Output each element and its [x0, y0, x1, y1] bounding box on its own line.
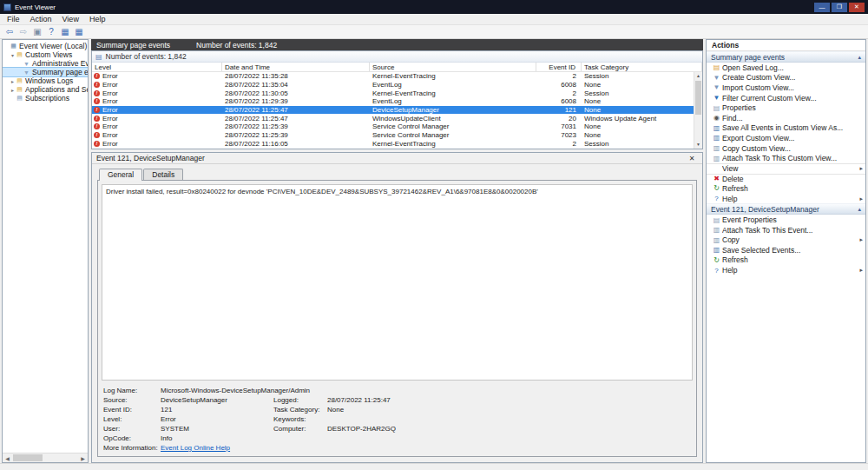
scroll-right-icon[interactable]: ▶: [78, 455, 88, 461]
column-header-task-category[interactable]: Task Category: [582, 63, 702, 71]
scroll-left-icon[interactable]: ◀: [3, 455, 12, 461]
action-item[interactable]: ▤ Event Properties: [707, 215, 865, 225]
action-item[interactable]: ? Help ▸: [707, 194, 865, 204]
event-row[interactable]: Error 28/07/2022 11:29:39 EventLog 6008 …: [92, 97, 694, 106]
maximize-button[interactable]: ❐: [832, 3, 847, 12]
action-item[interactable]: ▼ Filter Current Custom View...: [707, 93, 865, 103]
detail-tab[interactable]: General: [99, 169, 142, 181]
action-item[interactable]: ? Help ▸: [707, 265, 865, 275]
tool-icon[interactable]: ▦: [73, 27, 85, 36]
field-row: Level: Error Keywords:: [103, 414, 691, 424]
event-row[interactable]: Error 28/07/2022 11:30:05 Kernel-EventTr…: [92, 89, 694, 97]
tree-item[interactable]: ▤ Subscriptions: [3, 94, 88, 103]
action-item[interactable]: ▥ Save Selected Events...: [707, 245, 865, 255]
action-item[interactable]: ↻ Refresh: [707, 183, 865, 194]
expander-icon[interactable]: ▸: [10, 78, 16, 84]
detail-close-icon[interactable]: ✕: [686, 155, 698, 162]
column-header-date-time[interactable]: Date and Time: [222, 63, 370, 71]
event-row[interactable]: Error 28/07/2022 11:35:28 Kernel-EventTr…: [92, 72, 694, 81]
tree-item[interactable]: ▼ Summary page events: [3, 68, 88, 76]
event-row[interactable]: Error 28/07/2022 11:25:47 WindowsUpdateC…: [92, 114, 694, 122]
minimize-button[interactable]: —: [814, 3, 830, 12]
tool-icon[interactable]: ?: [45, 27, 57, 36]
action-item[interactable]: View ▸: [707, 163, 865, 174]
refresh-icon: ↻: [711, 256, 722, 264]
expander-icon[interactable]: ▸: [10, 87, 16, 93]
event-row[interactable]: Error 28/07/2022 11:16:05 Kernel-EventTr…: [92, 140, 694, 149]
level-cell: Error: [92, 72, 222, 80]
detail-title: Event 121, DeviceSetupManager: [96, 154, 205, 162]
event-id-cell: 7023: [536, 131, 582, 139]
action-label: Attach Task To This Event...: [722, 226, 856, 235]
field-label: Logged:: [273, 396, 327, 404]
tree-item[interactable]: ▾ ▤ Custom Views: [3, 50, 88, 59]
event-row[interactable]: Error 28/07/2022 11:25:47 DeviceSetupMan…: [92, 106, 694, 115]
field-value: Error: [161, 415, 273, 423]
action-item[interactable]: ▥ Export Custom View...: [707, 133, 865, 143]
menu-item[interactable]: Action: [25, 15, 57, 23]
scroll-down-icon[interactable]: ▼: [696, 141, 700, 149]
column-header-event-id[interactable]: Event ID: [536, 63, 582, 71]
scrollbar-thumb[interactable]: [13, 454, 43, 461]
menu-item[interactable]: File: [2, 15, 25, 23]
close-button[interactable]: ✕: [849, 3, 865, 12]
action-item[interactable]: ▼ Create Custom View...: [707, 73, 865, 83]
action-label: Delete: [722, 175, 856, 183]
tree-horizontal-scrollbar[interactable]: ◀ ▶: [3, 453, 88, 462]
column-header-level[interactable]: Level: [92, 63, 222, 71]
tree-item[interactable]: ▸ ▤ Windows Logs: [3, 76, 88, 85]
event-row[interactable]: Error 28/07/2022 11:25:39 Service Contro…: [92, 122, 694, 131]
actions-section-summary-page-events: Summary page events ▴ ▤ Open Saved Log..…: [707, 51, 865, 203]
action-item[interactable]: ▤ Properties: [707, 103, 865, 113]
level-label: Error: [102, 106, 118, 114]
column-header-source[interactable]: Source: [370, 63, 536, 71]
tool-icon[interactable]: ▣: [31, 27, 43, 36]
action-item[interactable]: ▥ Copy ▸: [707, 235, 865, 246]
action-item[interactable]: ▥ Save All Events in Custom View As...: [707, 123, 865, 134]
tool-icon[interactable]: ⇦: [3, 27, 16, 36]
event-row[interactable]: Error 28/07/2022 11:25:39 Service Contro…: [92, 131, 694, 140]
detail-title-bar: Event 121, DeviceSetupManager ✕: [92, 153, 702, 164]
tree-item[interactable]: ▼ Administrative Events: [3, 59, 88, 68]
menu-item[interactable]: Help: [84, 15, 111, 23]
scrollbar-track[interactable]: [694, 80, 702, 141]
detail-tab[interactable]: Details: [143, 169, 183, 180]
action-item[interactable]: ▥ Attach Task To This Custom View...: [707, 153, 865, 163]
delete-icon: ✖: [711, 175, 722, 182]
tree-item[interactable]: ▦ Event Viewer (Local): [3, 42, 88, 50]
action-section-header[interactable]: Event 121, DeviceSetupManager ▴: [707, 203, 865, 215]
copy-icon: ▥: [711, 236, 722, 244]
menu-item[interactable]: View: [57, 15, 84, 23]
collapse-icon[interactable]: ▴: [858, 54, 861, 61]
event-row[interactable]: Error 28/07/2022 11:35:04 EventLog 6008 …: [92, 81, 694, 89]
expander-icon[interactable]: ▾: [10, 52, 16, 58]
action-item[interactable]: ▥ Copy Custom View...: [707, 143, 865, 154]
level-cell: Error: [92, 115, 222, 122]
level-label: Error: [102, 72, 118, 80]
tree-node-label: Windows Logs: [25, 76, 73, 85]
source-cell: WindowsUpdateClient: [370, 115, 536, 122]
action-item[interactable]: ↻ Refresh: [707, 255, 865, 266]
scrollbar-track[interactable]: [12, 453, 78, 462]
event-log-online-help-link[interactable]: Event Log Online Help: [161, 444, 230, 452]
action-label: Import Custom View...: [722, 83, 856, 92]
source-cell: EventLog: [370, 81, 536, 89]
event-detail-panel: Event 121, DeviceSetupManager ✕ General …: [91, 152, 703, 463]
scrollbar-thumb[interactable]: [695, 81, 701, 115]
event-id-cell: 20: [536, 115, 582, 122]
action-section-header[interactable]: Summary page events ▴: [707, 51, 865, 63]
field-label: User:: [103, 425, 161, 433]
action-item[interactable]: ◉ Find...: [707, 113, 865, 123]
action-item[interactable]: ▥ Attach Task To This Event...: [707, 225, 865, 235]
tree-item[interactable]: ▸ ▤ Applications and Services Lo: [3, 85, 88, 94]
action-item[interactable]: ✖ Delete: [707, 174, 865, 184]
tool-icon[interactable]: ⇨: [17, 27, 30, 36]
action-item[interactable]: ▼ Import Custom View...: [707, 83, 865, 93]
scroll-up-icon[interactable]: ▲: [696, 72, 700, 80]
action-item[interactable]: ▤ Open Saved Log...: [707, 63, 865, 73]
date-time-cell: 28/07/2022 11:25:39: [222, 131, 370, 139]
filter-icon: ▼: [711, 94, 722, 102]
table-vertical-scrollbar[interactable]: ▲ ▼: [694, 72, 702, 149]
tool-icon[interactable]: ▦: [59, 27, 71, 36]
collapse-icon[interactable]: ▴: [858, 206, 861, 213]
